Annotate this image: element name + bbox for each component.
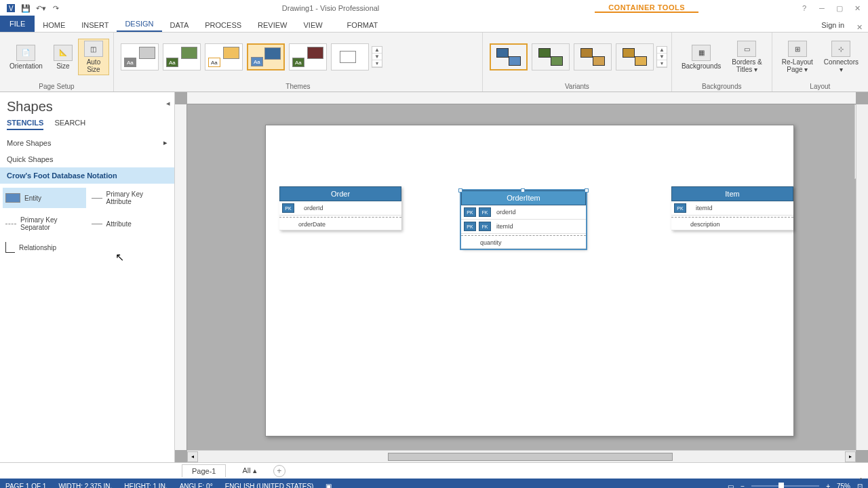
variant-expand-icon[interactable]: ▾ xyxy=(657,60,667,67)
borders-titles-button[interactable]: ▭Borders & Titles ▾ xyxy=(726,39,767,75)
auto-size-button[interactable]: ◫Auto Size xyxy=(78,39,109,75)
status-lang[interactable]: ENGLISH (UNITED STATES) xyxy=(225,483,314,489)
shape-attribute[interactable]: Attribute xyxy=(89,214,172,234)
tab-format[interactable]: FORMAT xyxy=(339,18,387,32)
theme-scroll-down-icon[interactable]: ▼ xyxy=(372,54,382,60)
variant-option[interactable] xyxy=(574,43,612,70)
scroll-right-icon[interactable]: ▸ xyxy=(845,451,856,462)
attr-description[interactable]: description xyxy=(674,221,791,228)
page-tab-all[interactable]: All ▴ xyxy=(233,464,266,477)
help-icon[interactable]: ? xyxy=(799,3,810,14)
theme-option[interactable] xyxy=(331,43,369,70)
signin-link[interactable]: Sign in xyxy=(814,18,851,32)
variant-option-selected[interactable] xyxy=(490,43,528,70)
tab-review[interactable]: REVIEW xyxy=(250,18,295,32)
undo-icon[interactable]: ↶▾ xyxy=(35,3,46,14)
status-width: WIDTH: 2.375 IN. xyxy=(58,483,112,489)
redo-icon[interactable]: ↷ xyxy=(50,3,61,14)
variant-gallery xyxy=(487,43,656,70)
variant-scroll-down-icon[interactable]: ▼ xyxy=(657,54,667,60)
attr-oi-itemid[interactable]: itemId xyxy=(494,223,583,230)
add-page-button[interactable]: + xyxy=(273,465,285,477)
entity-order[interactable]: Order PKorderId orderDate xyxy=(279,186,401,230)
theme-option[interactable]: Aa xyxy=(163,43,201,70)
app-icon[interactable]: V xyxy=(5,3,16,14)
variant-scroll-up-icon[interactable]: ▲ xyxy=(657,47,667,54)
window-controls: ? ─ ▢ ✕ xyxy=(793,3,868,14)
tab-file[interactable]: FILE xyxy=(0,16,35,32)
quick-shapes-link[interactable]: Quick Shapes xyxy=(0,151,174,167)
shape-pk-attribute[interactable]: Primary Key Attribute xyxy=(89,188,172,208)
ribbon-collapse-icon[interactable]: ⌃ xyxy=(858,476,864,485)
themes-group-label: Themes xyxy=(114,81,482,92)
theme-option[interactable]: Aa xyxy=(121,43,159,70)
tab-data[interactable]: DATA xyxy=(162,18,197,32)
variants-group-label: Variants xyxy=(483,81,671,92)
scrollbar-vertical[interactable] xyxy=(856,104,868,450)
close-icon[interactable]: ✕ xyxy=(852,3,863,14)
entity-orderitem[interactable]: OrderItem PKFKorderId PKFKitemId quantit… xyxy=(461,190,586,249)
group-themes: Aa Aa Aa Aa Aa ▲ ▼ ▾ Themes xyxy=(114,33,483,92)
tab-home[interactable]: HOME xyxy=(35,18,73,32)
entity-orderitem-header[interactable]: OrderItem xyxy=(461,190,586,205)
shapes-panel-tabs: STENCILS SEARCH xyxy=(0,119,174,134)
zoom-in-icon[interactable]: + xyxy=(826,483,830,489)
tab-design[interactable]: DESIGN xyxy=(117,17,161,32)
tab-view[interactable]: VIEW xyxy=(295,18,330,32)
attr-orderid[interactable]: orderId xyxy=(297,205,399,211)
tab-insert[interactable]: INSERT xyxy=(73,18,117,32)
drawing-page[interactable]: Order PKorderId orderDate OrderItem PKFK… xyxy=(265,125,794,436)
panel-collapse-icon[interactable]: ◂ xyxy=(166,99,170,108)
doc-close-icon[interactable]: ✕ xyxy=(851,23,868,32)
theme-scroll-up-icon[interactable]: ▲ xyxy=(372,47,382,54)
attr-oi-orderid[interactable]: orderId xyxy=(494,209,583,216)
workspace: ◂ Shapes STENCILS SEARCH More Shapes▸ Qu… xyxy=(0,92,868,462)
zoom-slider-thumb[interactable] xyxy=(778,483,784,488)
selection-handle[interactable] xyxy=(458,188,462,192)
stencil-crows-foot[interactable]: Crow's Foot Database Notation xyxy=(0,167,174,184)
theme-option[interactable]: Aa xyxy=(289,43,327,70)
theme-option-selected[interactable]: Aa xyxy=(247,43,285,70)
canvas-view[interactable]: Order PKorderId orderDate OrderItem PKFK… xyxy=(187,104,856,450)
ruler-vertical xyxy=(175,104,187,450)
page-tab-page1[interactable]: Page-1 xyxy=(182,464,226,477)
zoom-out-icon[interactable]: − xyxy=(741,483,745,489)
zoom-level[interactable]: 75% xyxy=(837,483,850,489)
minimize-icon[interactable]: ─ xyxy=(816,3,827,14)
maximize-icon[interactable]: ▢ xyxy=(834,3,845,14)
shape-relationship[interactable]: Relationship xyxy=(3,239,86,256)
orientation-button[interactable]: 📄Orientation xyxy=(4,43,48,71)
variant-option[interactable] xyxy=(616,43,654,70)
variant-option[interactable] xyxy=(532,43,570,70)
pk-divider xyxy=(671,217,793,218)
orientation-label: Orientation xyxy=(9,62,43,70)
scroll-thumb-h[interactable] xyxy=(388,453,673,461)
group-backgrounds: ▦Backgrounds ▭Borders & Titles ▾ Backgro… xyxy=(672,33,772,92)
attr-orderdate[interactable]: orderDate xyxy=(282,221,399,228)
selection-handle[interactable] xyxy=(521,188,525,192)
attr-itemid[interactable]: itemId xyxy=(689,205,791,211)
shape-entity[interactable]: Entity xyxy=(3,188,86,208)
tab-process[interactable]: PROCESS xyxy=(197,18,250,32)
relayout-button[interactable]: ⊞Re-Layout Page ▾ xyxy=(776,39,818,75)
attr-quantity[interactable]: quantity xyxy=(464,239,583,246)
theme-expand-icon[interactable]: ▾ xyxy=(372,60,382,67)
shape-pk-separator[interactable]: Primary Key Separator xyxy=(3,214,86,234)
connectors-button[interactable]: ⊹Connectors ▾ xyxy=(818,39,864,75)
save-icon[interactable]: 💾 xyxy=(20,3,31,14)
macro-record-icon[interactable]: ▣ xyxy=(326,483,332,489)
entity-item[interactable]: Item PKitemId description xyxy=(671,186,793,230)
more-shapes-link[interactable]: More Shapes▸ xyxy=(0,134,174,151)
entity-item-header[interactable]: Item xyxy=(671,186,793,201)
scroll-left-icon[interactable]: ◂ xyxy=(187,451,198,462)
backgrounds-button[interactable]: ▦Backgrounds xyxy=(676,43,726,71)
stencils-tab[interactable]: STENCILS xyxy=(7,119,43,130)
scrollbar-horizontal[interactable]: ◂ ▸ xyxy=(187,450,856,462)
presentation-mode-icon[interactable]: ▭ xyxy=(728,483,734,489)
theme-option[interactable]: Aa xyxy=(205,43,243,70)
selection-handle[interactable] xyxy=(585,188,589,192)
search-tab[interactable]: SEARCH xyxy=(54,119,85,130)
size-button[interactable]: 📐Size xyxy=(48,43,78,71)
entity-order-header[interactable]: Order xyxy=(279,186,401,201)
zoom-slider[interactable] xyxy=(751,485,819,487)
